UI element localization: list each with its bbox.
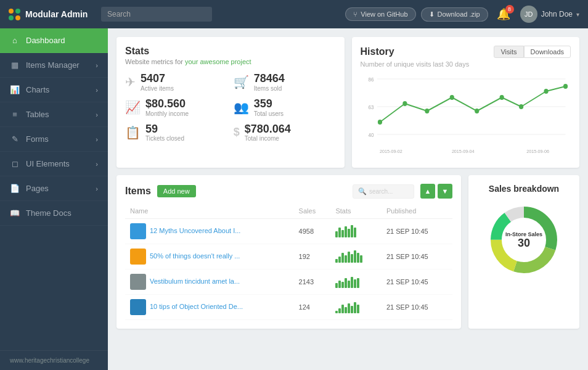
svg-text:40: 40 — [368, 132, 374, 139]
sidebar-item-label: Dashboard — [26, 36, 65, 45]
mini-bar — [354, 250, 356, 263]
search-input[interactable] — [101, 7, 212, 22]
add-new-button[interactable]: Add new — [157, 185, 196, 197]
history-title: History — [361, 46, 394, 57]
stat-label: Monthly income — [145, 110, 189, 117]
stats-subtitle-link[interactable]: your awesome project — [185, 58, 251, 65]
table-row: 50% of things doesn't really ...19221 SE… — [125, 244, 452, 269]
chevron-right-icon: › — [96, 111, 98, 118]
logo-text: Modular Admin — [25, 9, 88, 19]
cart-icon: 🛒 — [234, 75, 249, 89]
items-panel: Items Add new 🔍 search... ▲ ▼ — [116, 175, 461, 329]
logo-icon — [9, 9, 20, 20]
item-thumbnail — [130, 223, 146, 239]
item-name-link[interactable]: Vestibulum tincidunt amet la... — [150, 278, 240, 285]
scroll-down-button[interactable]: ▼ — [438, 184, 452, 199]
chevron-right-icon: › — [96, 185, 98, 192]
notification-badge: 8 — [505, 5, 514, 14]
mini-bar-chart — [335, 301, 376, 313]
svg-point-11 — [425, 109, 429, 113]
content-area: Stats Website metrics for your awesome p… — [108, 28, 588, 370]
github-button[interactable]: ⑂ View on GitHub — [345, 7, 415, 21]
svg-text:2015-09-04: 2015-09-04 — [451, 149, 474, 154]
donut-chart: In-Store Sales 30 — [484, 200, 564, 280]
sidebar-item-dashboard[interactable]: ⌂ Dashboard — [0, 28, 108, 53]
svg-text:30: 30 — [518, 237, 530, 249]
sales-breakdown-panel: Sales breakdown — [468, 175, 579, 329]
item-name-cell: 50% of things doesn't really ... — [125, 244, 294, 269]
sidebar-item-forms[interactable]: ✎ Forms › — [0, 127, 108, 152]
mini-bar — [335, 311, 338, 313]
logo-dot-2 — [15, 9, 20, 14]
svg-point-12 — [449, 95, 454, 100]
sidebar-item-pages[interactable]: 📄 Pages › — [0, 176, 108, 201]
item-name-cell: Vestibulum tincidunt amet la... — [125, 269, 294, 295]
stat-label: Items sold — [254, 85, 285, 92]
svg-text:63: 63 — [368, 104, 374, 111]
col-published: Published — [382, 205, 452, 219]
mini-bar — [354, 279, 356, 288]
history-chart: 86 63 40 2015-09-02 2015-09-04 2015-09-0… — [361, 73, 571, 159]
mini-bar — [338, 228, 341, 237]
sidebar: ⌂ Dashboard ▦ Items Manager › 📊 Charts ›… — [0, 28, 108, 370]
download-button[interactable]: ⬇ Download .zip — [421, 7, 488, 22]
item-published: 21 SEP 10:45 — [382, 219, 452, 244]
item-name-link[interactable]: 50% of things doesn't really ... — [150, 252, 240, 260]
mini-bar — [357, 253, 359, 263]
sales-breakdown-title: Sales breakdown — [489, 184, 559, 194]
item-name-link[interactable]: 12 Myths Uncovered About I... — [150, 227, 240, 234]
svg-point-17 — [563, 84, 567, 89]
mini-bar-chart — [335, 225, 376, 237]
sidebar-item-charts[interactable]: 📊 Charts › — [0, 78, 108, 102]
sidebar-item-tables[interactable]: ≡ Tables › — [0, 102, 108, 127]
home-icon: ⌂ — [10, 36, 20, 45]
svg-point-16 — [544, 89, 548, 94]
stat-label: Total income — [245, 135, 291, 142]
svg-text:2015-09-06: 2015-09-06 — [526, 149, 549, 154]
sidebar-item-ui-elements[interactable]: ◻ UI Elements › — [0, 152, 108, 176]
tab-visits[interactable]: Visits — [494, 46, 523, 58]
sidebar-item-label: Pages — [26, 184, 49, 193]
item-name-cell: 10 tips of Object Oriented De... — [125, 295, 294, 320]
item-name-link[interactable]: 10 tips of Object Oriented De... — [150, 303, 243, 310]
item-sales: 124 — [294, 295, 331, 320]
user-name: John Doe — [541, 10, 573, 18]
svg-point-14 — [499, 95, 504, 100]
table-icon: ≡ — [10, 110, 20, 119]
tab-downloads[interactable]: Downloads — [524, 46, 571, 58]
stat-value: 78464 — [254, 73, 285, 85]
logo-dot-4 — [15, 15, 20, 20]
stat-monthly-income: 📈 $80.560 Monthly income — [125, 98, 227, 117]
mini-bar — [345, 278, 347, 288]
stat-value: 59 — [145, 123, 184, 136]
mini-bar — [360, 255, 362, 263]
trending-icon: 📈 — [125, 100, 141, 115]
svg-text:2015-09-02: 2015-09-02 — [380, 149, 402, 154]
stat-label: Active items — [141, 85, 174, 92]
search-icon: 🔍 — [358, 187, 367, 195]
svg-text:86: 86 — [368, 76, 374, 83]
notifications-area: 🔔 8 — [497, 7, 510, 21]
stat-value: $80.560 — [145, 98, 189, 110]
sidebar-item-label: Charts — [26, 85, 49, 94]
plane-icon: ✈ — [125, 75, 136, 89]
stat-label: Tickets closed — [145, 135, 184, 142]
mini-bar — [351, 277, 353, 288]
col-name: Name — [125, 205, 294, 219]
items-arrows: ▲ ▼ — [420, 184, 452, 199]
item-stats — [330, 244, 381, 269]
stat-label: Total users — [254, 110, 284, 117]
item-published: 21 SEP 10:45 — [382, 269, 452, 295]
sidebar-item-theme-docs[interactable]: 📖 Theme Docs — [0, 201, 108, 226]
sidebar-item-label: Theme Docs — [26, 208, 71, 218]
item-stats — [330, 295, 381, 320]
sidebar-item-items-manager[interactable]: ▦ Items Manager › — [0, 53, 108, 78]
ui-icon: ◻ — [10, 159, 20, 168]
table-row: Vestibulum tincidunt amet la...214321 SE… — [125, 269, 452, 295]
scroll-up-button[interactable]: ▲ — [420, 184, 435, 199]
user-menu[interactable]: JD John Doe ▾ — [520, 6, 579, 23]
users-icon: 👥 — [234, 100, 249, 115]
history-tabs: Visits Downloads — [494, 46, 571, 58]
ticket-icon: 📋 — [125, 125, 141, 140]
svg-point-13 — [475, 109, 479, 113]
